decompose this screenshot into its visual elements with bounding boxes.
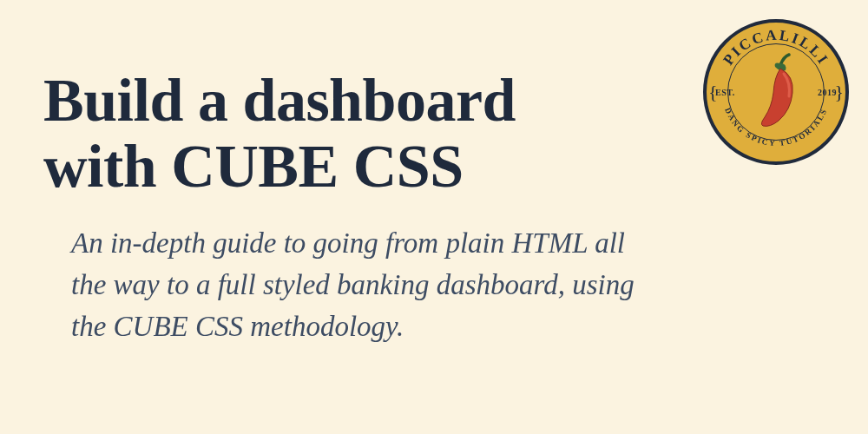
brand-badge: PICCALILLI DANG SPICY TUTORIALS { EST. 2… xyxy=(703,19,849,165)
title-line-2: with CUBE CSS xyxy=(43,133,464,200)
page-title: Build a dashboard with CUBE CSS xyxy=(43,68,660,199)
hero-content: Build a dashboard with CUBE CSS An in-de… xyxy=(0,0,712,348)
title-line-1: Build a dashboard xyxy=(43,67,516,134)
badge-est-label: EST. xyxy=(715,88,735,97)
brace-right-icon: } xyxy=(834,81,844,103)
chili-pepper-icon xyxy=(746,53,806,131)
page-subtitle: An in-depth guide to going from plain HT… xyxy=(71,223,660,348)
